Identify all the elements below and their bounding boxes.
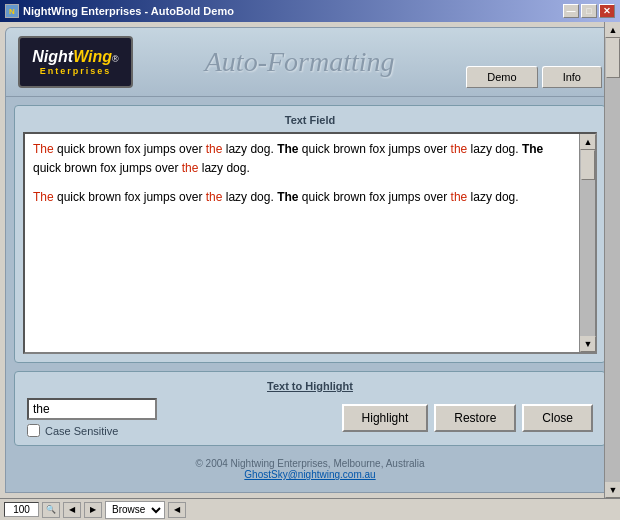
- window-scroll-track: [605, 38, 620, 482]
- text-area-content[interactable]: The quick brown fox jumps over the lazy …: [25, 134, 579, 352]
- footer-section: © 2004 Nightwing Enterprises, Melbourne,…: [14, 454, 606, 484]
- highlight-button[interactable]: Highlight: [342, 404, 429, 432]
- app-title: Auto-Formatting: [205, 46, 395, 78]
- title-buttons: — □ ✕: [563, 4, 615, 18]
- control-section: Text to Highlight Case Sensitive Highlig…: [14, 371, 606, 446]
- word-the-2: the: [206, 142, 223, 156]
- scrollbar-vertical[interactable]: ▲ ▼: [579, 134, 595, 352]
- word-the-8: the: [206, 190, 223, 204]
- controls-label: Text to Highlight: [27, 380, 593, 392]
- window-scroll-down[interactable]: ▼: [605, 482, 620, 498]
- footer-copyright: © 2004 Nightwing Enterprises, Melbourne,…: [18, 458, 602, 469]
- case-sensitive-label: Case Sensitive: [45, 425, 118, 437]
- tab-demo[interactable]: Demo: [466, 66, 537, 88]
- app-window: N NightWing Enterprises - AutoBold Demo …: [0, 0, 620, 520]
- controls-row: Case Sensitive Highlight Restore Close: [27, 398, 593, 437]
- browse-dropdown[interactable]: Browse: [105, 501, 165, 519]
- logo-registered: ®: [112, 54, 119, 64]
- logo-wing: Wing: [73, 48, 112, 66]
- nav-icon-2[interactable]: ▶: [84, 502, 102, 518]
- word-The-5: The: [522, 142, 543, 156]
- window-scroll-up[interactable]: ▲: [605, 22, 620, 38]
- nav-icon-1[interactable]: ◀: [63, 502, 81, 518]
- tab-info[interactable]: Info: [542, 66, 602, 88]
- scroll-up-arrow[interactable]: ▲: [580, 134, 596, 150]
- text-area-container: The quick brown fox jumps over the lazy …: [23, 132, 597, 354]
- highlight-input[interactable]: [27, 398, 157, 420]
- word-the-10: the: [451, 190, 468, 204]
- close-window-button[interactable]: ✕: [599, 4, 615, 18]
- status-arrow[interactable]: ◀: [168, 502, 186, 518]
- logo-enterprises: Enterprises: [40, 66, 112, 76]
- maximize-button[interactable]: □: [581, 4, 597, 18]
- minimize-button[interactable]: —: [563, 4, 579, 18]
- status-bar: 100 🔍 ◀ ▶ Browse ◀: [0, 498, 620, 520]
- restore-button[interactable]: Restore: [434, 404, 516, 432]
- window-scroll-thumb[interactable]: [606, 38, 620, 78]
- word-the-7: The: [33, 190, 54, 204]
- text-paragraph-1: The quick brown fox jumps over the lazy …: [33, 140, 571, 178]
- logo: Night Wing ® Enterprises: [18, 36, 133, 88]
- zoom-level: 100: [4, 502, 39, 517]
- checkbox-row: Case Sensitive: [27, 424, 157, 437]
- action-buttons: Highlight Restore Close: [342, 404, 593, 432]
- text-field-label: Text Field: [23, 114, 597, 126]
- text-field-section: Text Field The quick brown fox jumps ove…: [14, 105, 606, 363]
- text-paragraph-2: The quick brown fox jumps over the lazy …: [33, 188, 571, 207]
- word-The-3: The: [277, 142, 298, 156]
- word-The-9: The: [277, 190, 298, 204]
- logo-text: Night Wing ®: [32, 48, 118, 66]
- input-section: Case Sensitive: [27, 398, 157, 437]
- zoom-icon: 🔍: [42, 502, 60, 518]
- scroll-track: [580, 150, 595, 336]
- word-the-1: The: [33, 142, 54, 156]
- window-title: NightWing Enterprises - AutoBold Demo: [23, 5, 234, 17]
- case-sensitive-checkbox[interactable]: [27, 424, 40, 437]
- title-bar: N NightWing Enterprises - AutoBold Demo …: [0, 0, 620, 22]
- word-the-4: the: [451, 142, 468, 156]
- logo-night: Night: [32, 48, 73, 66]
- scroll-thumb[interactable]: [581, 150, 595, 180]
- title-bar-left: N NightWing Enterprises - AutoBold Demo: [5, 4, 234, 18]
- word-the-6: the: [182, 161, 199, 175]
- footer-email[interactable]: GhostSky@nightwing.com.au: [18, 469, 602, 480]
- app-icon: N: [5, 4, 19, 18]
- tab-buttons: Demo Info: [466, 66, 602, 88]
- close-button[interactable]: Close: [522, 404, 593, 432]
- scroll-down-arrow[interactable]: ▼: [580, 336, 596, 352]
- window-scrollbar[interactable]: ▲ ▼: [604, 22, 620, 498]
